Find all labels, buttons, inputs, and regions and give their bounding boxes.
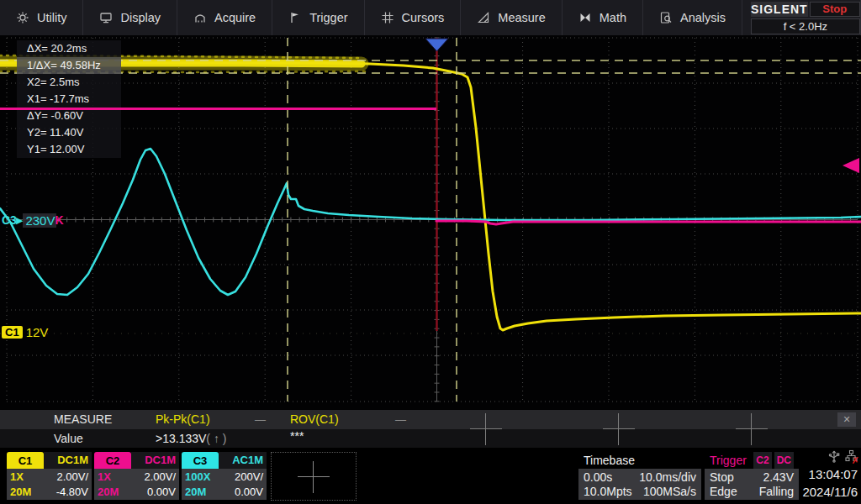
c1-coupling: DC1M bbox=[44, 452, 92, 469]
c2-marker-label-fragment: K bbox=[55, 213, 63, 227]
menu-trigger[interactable]: Trigger bbox=[272, 0, 364, 35]
measure-slot1-annotation: ( ↑ ) bbox=[206, 432, 226, 445]
clock-date: 2024/11/6 bbox=[795, 483, 858, 501]
siglent-logo: SIGLENT bbox=[751, 2, 808, 17]
lan-disconnected-icon: ✗ bbox=[845, 449, 858, 465]
c2-scale: 2.00V/ bbox=[136, 470, 176, 483]
trace-c2-pretrigger bbox=[0, 108, 436, 110]
measure-add-slot-4[interactable] bbox=[603, 413, 635, 445]
measure-slot1-value: >13.133V( ↑ ) bbox=[156, 429, 226, 448]
c3-scale: 200V/ bbox=[224, 470, 263, 483]
trigger-level: 2.43V bbox=[759, 470, 794, 484]
channel-c3-descriptor[interactable]: C3AC1M 100X 200V/ 20M 0.00V bbox=[182, 452, 267, 500]
cursor-x2-readout: X2= 2.5ms bbox=[17, 74, 121, 91]
channel-c2-descriptor[interactable]: C2DC1M 1X 2.00V/ 20M 0.00V bbox=[94, 452, 179, 500]
c1-scale: 2.00V/ bbox=[49, 470, 88, 483]
cursor-readout-box[interactable]: ΔX= 20.2ms 1/ΔX= 49.58Hz X2= 2.5ms X1= -… bbox=[17, 40, 121, 158]
acquisition-status-block: SIGLENT Stop f < 2.0Hz bbox=[751, 0, 860, 35]
menu-analysis[interactable]: Analysis bbox=[643, 0, 742, 35]
measure-title: MEASURE bbox=[54, 410, 112, 429]
measure-slot2-value: *** bbox=[290, 427, 304, 445]
c1-offset: -4.80V bbox=[49, 486, 88, 498]
channel-add-placeholder[interactable] bbox=[271, 452, 357, 501]
c2-probe: 1X bbox=[98, 470, 136, 483]
menu-cursors-label: Cursors bbox=[402, 11, 445, 24]
trigger-slope: Falling bbox=[759, 485, 794, 498]
channel-c1-descriptor[interactable]: C1DC1M 1X 2.00V/ 20M -4.80V bbox=[7, 452, 92, 500]
trigger-descriptor[interactable]: TriggerC2DC Stop 2.43V Edge Falling bbox=[705, 452, 799, 500]
measure-ruler-icon bbox=[477, 11, 490, 24]
display-icon bbox=[99, 11, 113, 24]
add-channel-cross-icon bbox=[298, 461, 330, 493]
trigger-flag-icon bbox=[288, 11, 302, 24]
timebase-descriptor[interactable]: Timebase 0.00s 10.0ms/div 10.0Mpts 100MS… bbox=[578, 452, 701, 500]
measure-value-row bbox=[0, 429, 861, 448]
run-stop-status: Stop bbox=[810, 2, 860, 17]
c3-marker-arrow-icon: ▶ bbox=[16, 215, 23, 226]
timebase-sample-rate: 100MSa/s bbox=[639, 485, 696, 498]
channel-c3-position-marker[interactable]: C3▶230VK bbox=[2, 213, 64, 228]
c1-marker-id: C1 bbox=[2, 326, 23, 339]
cursor-x1-readout: X1= -17.7ms bbox=[17, 91, 121, 108]
menu-acquire-label: Acquire bbox=[214, 11, 256, 24]
menu-measure-label: Measure bbox=[498, 11, 545, 24]
measure-slot2-remove-button[interactable]: — bbox=[395, 410, 406, 429]
c2-coupling: DC1M bbox=[131, 452, 179, 469]
gear-icon bbox=[16, 11, 29, 24]
c2-bandwidth: 20M bbox=[98, 486, 136, 498]
system-status-area[interactable]: ✗ 13:04:07 2024/11/6 bbox=[795, 449, 858, 501]
oscilloscope-screen: Utility Display Acquire Trigger Cursors … bbox=[0, 0, 861, 504]
c1-probe: 1X bbox=[10, 470, 49, 483]
graticule-plot bbox=[0, 35, 861, 410]
c3-bandwidth: 20M bbox=[185, 486, 224, 498]
menu-utility[interactable]: Utility bbox=[0, 0, 83, 35]
c3-marker-id: C3 bbox=[2, 213, 17, 227]
menu-cursors[interactable]: Cursors bbox=[365, 0, 462, 35]
cursor-inv-dx-readout: 1/ΔX= 49.58Hz bbox=[17, 57, 121, 74]
measure-slot1-header[interactable]: Pk-Pk(C1) bbox=[156, 410, 210, 429]
cursor-y1-readout: Y1= 12.00V bbox=[17, 141, 121, 158]
trigger-frequency-readout: f < 2.0Hz bbox=[751, 18, 860, 34]
c1-bandwidth: 20M bbox=[10, 486, 49, 498]
measure-add-slot-3[interactable] bbox=[470, 413, 502, 445]
trigger-level-marker[interactable] bbox=[843, 158, 859, 173]
trigger-title: Trigger bbox=[710, 452, 747, 469]
trigger-source-chip: C2 bbox=[753, 452, 771, 469]
timebase-title: Timebase bbox=[578, 452, 701, 469]
menu-measure[interactable]: Measure bbox=[461, 0, 562, 35]
clock-time: 13:04:07 bbox=[795, 465, 858, 483]
c3-probe: 100X bbox=[185, 470, 224, 483]
acquire-icon bbox=[193, 11, 207, 24]
menu-acquire[interactable]: Acquire bbox=[177, 0, 272, 35]
bottom-status-bar: C1DC1M 1X 2.00V/ 20M -4.80V C2DC1M 1X 2.… bbox=[0, 448, 861, 504]
c3-offset: 0.00V bbox=[224, 486, 263, 498]
trigger-delay-marker[interactable] bbox=[425, 39, 448, 51]
measure-slot1-remove-button[interactable]: — bbox=[255, 410, 266, 429]
top-menu-bar: Utility Display Acquire Trigger Cursors … bbox=[0, 0, 861, 37]
c2-offset: 0.00V bbox=[136, 486, 176, 498]
menu-math-label: Math bbox=[600, 11, 626, 24]
measure-bar: MEASURE Pk-Pk(C1) — ROV(C1) — Value >13.… bbox=[0, 410, 861, 448]
cursor-y2-readout: Y2= 11.40V bbox=[17, 124, 121, 141]
trigger-coupling-chip: DC bbox=[774, 452, 794, 469]
c2-badge: C2 bbox=[94, 452, 131, 469]
measure-close-button[interactable]: ✕ bbox=[837, 412, 856, 427]
menu-display[interactable]: Display bbox=[83, 0, 177, 35]
waveform-display-area: ΔX= 20.2ms 1/ΔX= 49.58Hz X2= 2.5ms X1= -… bbox=[0, 35, 861, 410]
measure-add-slot-5[interactable] bbox=[736, 413, 768, 445]
analysis-icon bbox=[659, 11, 673, 24]
c3-marker-label: 230V bbox=[23, 213, 56, 228]
measure-header-row bbox=[0, 410, 861, 429]
menu-utility-label: Utility bbox=[37, 11, 66, 24]
cursor-dy-readout: ΔY= -0.60V bbox=[17, 108, 121, 124]
timebase-scale: 10.0ms/div bbox=[639, 470, 696, 484]
measure-value-label: Value bbox=[54, 429, 83, 448]
lan-error-x: ✗ bbox=[852, 455, 859, 466]
menu-display-label: Display bbox=[120, 11, 161, 24]
cursors-grid-icon bbox=[381, 11, 394, 24]
c1-marker-label: 12V bbox=[26, 325, 49, 339]
menu-math[interactable]: Math bbox=[563, 0, 643, 35]
channel-c1-position-marker[interactable]: C112V bbox=[2, 324, 48, 339]
math-icon bbox=[578, 11, 592, 24]
trace-c1 bbox=[0, 63, 861, 330]
